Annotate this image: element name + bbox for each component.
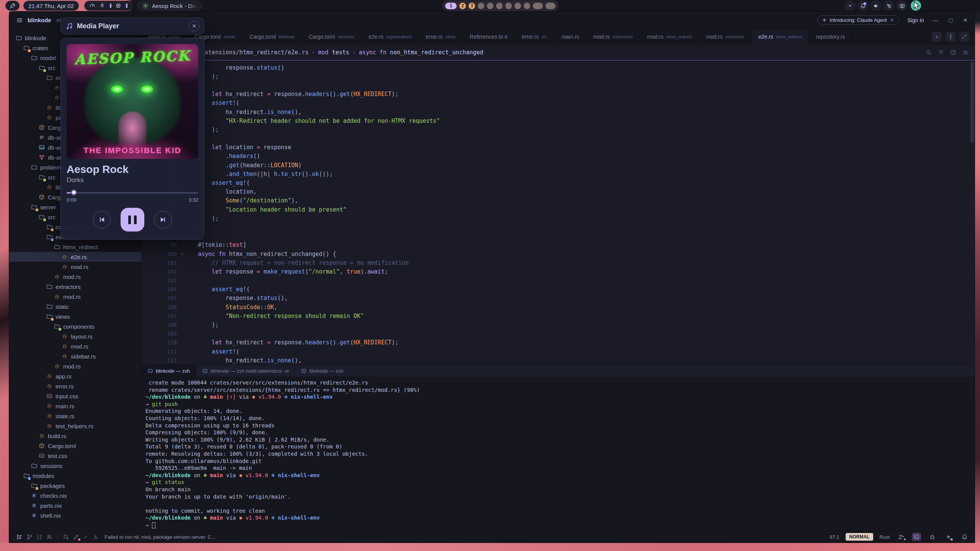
overflow-menu-icon[interactable]	[962, 49, 969, 55]
tree-item-mod.rs[interactable]: mod.rs	[9, 361, 141, 371]
tab-mod.rs-extractors[interactable]: mod.rsextractors	[699, 29, 751, 44]
tab-Cargo.toml-blinkode[interactable]: Cargo.tomlblinkode	[243, 29, 302, 44]
code-editor[interactable]: 79 response.status()80 );8182 let hx_red…	[142, 60, 975, 365]
project-panel-toggle-icon[interactable]	[15, 534, 24, 540]
tree-item-views[interactable]: views	[9, 311, 141, 321]
promo-close-icon[interactable]: ✕	[890, 17, 894, 23]
tree-item-test_helpers.rs[interactable]: test_helpers.rs	[9, 421, 141, 431]
terminal-tab[interactable]: blinkode — zsh	[295, 365, 350, 377]
workspace-5[interactable]	[487, 3, 493, 9]
tab-mod.rs-htmx_redirect[interactable]: mod.rshtmx_redirect	[640, 29, 699, 44]
tree-item-htmx_redirect[interactable]: htmx_redirect	[9, 242, 141, 252]
tree-item-main.rs[interactable]: main.rs	[9, 401, 141, 411]
split-pane-button[interactable]: ⫿	[946, 32, 956, 42]
tree-item-extractors[interactable]: extractors	[9, 282, 141, 292]
search-icon[interactable]	[61, 534, 71, 540]
tree-item-build.rs[interactable]: build.rs	[9, 431, 141, 441]
tree-item-components[interactable]: components	[9, 321, 141, 331]
workspace-6[interactable]	[496, 3, 503, 9]
editor-scrollbar[interactable]	[970, 62, 974, 142]
tree-item-packages[interactable]: packages	[9, 481, 141, 491]
previous-track-button[interactable]	[93, 211, 111, 228]
outline-icon[interactable]	[34, 534, 44, 540]
workspace-1[interactable]: 1	[445, 3, 457, 9]
close-icon[interactable]: ✕	[189, 21, 199, 31]
chevron-down-button[interactable]	[844, 1, 855, 11]
terminal-toggle-button[interactable]	[912, 533, 921, 541]
language-selector[interactable]: Rust	[879, 534, 890, 540]
status-message[interactable]: Failed to run nil, nixd, package-version…	[105, 534, 216, 540]
tree-item-static[interactable]: static	[9, 302, 141, 311]
avatar[interactable]	[911, 0, 921, 11]
tree-item-sessions[interactable]: sessions	[9, 461, 141, 471]
tree-item-sidebar.rs[interactable]: sidebar.rs	[9, 351, 141, 361]
progress-bar[interactable]	[67, 189, 198, 196]
workspace-3[interactable]: 3	[469, 3, 475, 9]
volume-button[interactable]	[871, 1, 881, 11]
tab-error.rs-src[interactable]: error.rssrc	[515, 29, 555, 44]
tree-item-shell.nix[interactable]: shell.nix	[9, 510, 141, 520]
launcher-button[interactable]	[5, 1, 20, 11]
tree-item-modules[interactable]: modules	[9, 471, 141, 481]
git-branch-icon[interactable]	[24, 534, 34, 540]
media-pill[interactable]: Aesop Rock - Dor	[137, 1, 202, 11]
tab-e2e.rs-organizations[interactable]: e2e.rsorganizations	[362, 29, 419, 44]
tree-item-test.css[interactable]: csstest.css	[9, 451, 141, 461]
hamburger-menu-icon[interactable]	[16, 17, 23, 24]
terminal-tab[interactable]: blinkode — zsh	[142, 365, 196, 377]
tab-Cargo.toml-sessions[interactable]: Cargo.tomlsessions	[302, 29, 361, 44]
bell-button[interactable]	[858, 1, 868, 11]
system-monitor-pill[interactable]	[84, 1, 132, 11]
tree-item-error.rs[interactable]: error.rs	[9, 381, 141, 391]
project-name[interactable]: blinkode	[28, 17, 51, 23]
tree-item-mod.rs[interactable]: mod.rs	[9, 262, 141, 272]
workspace-8[interactable]	[514, 3, 521, 9]
zoom-pane-button[interactable]: ⤢	[959, 32, 969, 42]
maximize-button[interactable]: ▢	[948, 17, 953, 23]
tab-mod.rs-extensions[interactable]: mod.rsextensions	[586, 29, 640, 44]
run-test-button[interactable]: ▷	[181, 251, 184, 256]
tree-item-mod.rs[interactable]: mod.rs	[9, 341, 141, 351]
tree-item-app.rs[interactable]: app.rs	[9, 371, 141, 381]
new-tab-button[interactable]: +	[932, 32, 942, 42]
minimize-button[interactable]: —	[933, 17, 938, 23]
tree-item-layout.rs[interactable]: layout.rs	[9, 331, 141, 341]
diagnostics-check-icon[interactable]: ✓	[81, 534, 91, 540]
close-button[interactable]: ✕	[963, 17, 968, 24]
workspace-10[interactable]	[533, 3, 543, 9]
tab-repository.rs[interactable]: repository.rs	[809, 29, 852, 44]
tab-main.rs[interactable]: main.rs	[555, 29, 586, 44]
tab-References to e[interactable]: References to e	[463, 29, 515, 44]
tree-item-checks.nix[interactable]: checks.nix	[9, 491, 141, 500]
terminal-output[interactable]: create mode 100644 crates/server/src/ext…	[142, 377, 975, 531]
assistant-sparkle-icon[interactable]	[943, 534, 953, 540]
workspace-4[interactable]	[478, 3, 484, 9]
search-icon[interactable]	[926, 49, 932, 55]
next-track-button[interactable]	[154, 211, 172, 228]
workspace-2[interactable]: 2	[459, 3, 466, 9]
tree-item-parts.nix[interactable]: parts.nix	[9, 500, 141, 510]
split-pane-icon[interactable]	[950, 49, 956, 55]
workspace-9[interactable]	[524, 3, 530, 9]
edit-prediction-icon[interactable]	[71, 534, 81, 540]
sign-in-button[interactable]: Sign In	[908, 17, 924, 23]
tree-item-state.rs[interactable]: state.rs	[9, 411, 141, 421]
collab-icon[interactable]	[44, 534, 54, 540]
promo-banner[interactable]: ✳ Introducing: Claude Agent ✕	[817, 15, 899, 25]
pause-button[interactable]	[121, 208, 144, 231]
media-player-header[interactable]: Media Player ✕	[60, 18, 204, 34]
tree-item-input.css[interactable]: cssinput.css	[9, 391, 141, 401]
screen-record-button[interactable]	[897, 1, 907, 11]
clock-pill[interactable]: 21:47 Thu, Apr 02	[23, 1, 79, 11]
tab-error.rs-show[interactable]: error.rsshow	[419, 29, 463, 44]
tree-item-mod.rs[interactable]: mod.rs	[9, 272, 141, 282]
workspace-7[interactable]	[505, 3, 512, 9]
notifications-bell-icon[interactable]	[959, 534, 969, 540]
tree-item-e2e.rs[interactable]: e2e.rs	[9, 252, 141, 262]
tree-item-Cargo.toml[interactable]: Cargo.toml	[9, 441, 141, 451]
tab-e2e.rs-htmx_redirect[interactable]: e2e.rshtmx_redirect	[751, 29, 809, 44]
wifi-off-button[interactable]	[884, 1, 894, 11]
filter-icon[interactable]	[938, 49, 944, 55]
breadcrumb[interactable]: /extensions/htmx_redirect/e2e.rs›mod tes…	[198, 49, 483, 56]
debug-icon[interactable]	[927, 534, 937, 540]
